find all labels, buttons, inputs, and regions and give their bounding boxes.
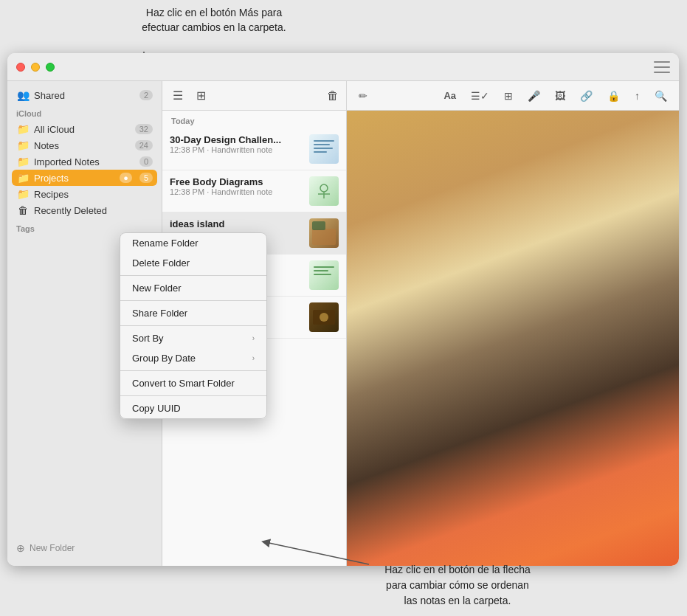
table-button[interactable]: ⊞ xyxy=(501,89,516,103)
context-menu-group-by-date[interactable]: Group By Date › xyxy=(120,348,266,368)
all-icloud-icon: 📁 xyxy=(16,123,30,135)
note-thumbnail-3 xyxy=(309,260,339,290)
imported-notes-count: 0 xyxy=(139,156,153,167)
recipes-icon: 📁 xyxy=(16,188,30,200)
svg-rect-1 xyxy=(314,140,334,142)
all-icloud-label: All iCloud xyxy=(34,124,131,135)
note-thumbnail-0 xyxy=(309,134,339,164)
audio-button[interactable]: 🎤 xyxy=(525,89,543,103)
rename-folder-label: Rename Folder xyxy=(132,238,198,249)
photo-button[interactable]: 🖼 xyxy=(552,89,568,103)
note-content-2: ideas island xyxy=(170,218,303,229)
share-folder-label: Share Folder xyxy=(132,308,187,319)
sidebar-item-all-icloud[interactable]: 📁 All iCloud 32 xyxy=(7,121,162,137)
notes-toolbar: ☰ ⊞ 🗑 xyxy=(162,81,346,111)
context-menu-sep-1 xyxy=(120,275,266,276)
note-meta-0: 12:38 PM · Handwritten note xyxy=(170,145,303,154)
editor-content xyxy=(347,111,679,566)
sidebar-item-projects[interactable]: 📁 Projects ● 5 xyxy=(12,170,157,186)
search-button[interactable]: 🔍 xyxy=(652,89,670,103)
delete-notes-button[interactable]: 🗑 xyxy=(327,89,339,103)
context-menu: Rename Folder Delete Folder New Folder S… xyxy=(120,232,267,419)
recently-deleted-icon: 🗑 xyxy=(16,204,30,216)
annotation-bottom: Haz clic en el botón de la flecha para c… xyxy=(317,562,598,609)
context-menu-copy-uuid[interactable]: Copy UUID xyxy=(120,398,266,418)
sidebar-item-recipes[interactable]: 📁 Recipes xyxy=(7,186,162,202)
icloud-section-header: iCloud xyxy=(7,103,162,121)
date-header: Today xyxy=(162,111,346,128)
context-menu-sep-4 xyxy=(120,370,266,371)
svg-rect-4 xyxy=(314,151,327,153)
note-content-0: 30-Day Design Challen... 12:38 PM · Hand… xyxy=(170,134,303,154)
new-folder-cm-label: New Folder xyxy=(132,283,181,294)
svg-rect-12 xyxy=(314,270,328,271)
window-body: 👥 Shared 2 iCloud 📁 All iCloud 32 📁 Note… xyxy=(7,81,679,566)
note-meta-1: 12:38 PM · Handwritten note xyxy=(170,187,303,196)
projects-icon: 📁 xyxy=(16,172,30,184)
format-text-button[interactable]: Aa xyxy=(441,89,459,103)
svg-point-5 xyxy=(320,184,328,192)
editor-image xyxy=(347,111,679,566)
note-thumbnail-4 xyxy=(309,302,339,332)
note-content-1: Free Body Diagrams 12:38 PM · Handwritte… xyxy=(170,176,303,196)
svg-rect-13 xyxy=(314,274,331,275)
checklist-button[interactable]: ☰✓ xyxy=(468,89,492,103)
sort-by-label: Sort By xyxy=(132,333,164,344)
group-by-date-label: Group By Date xyxy=(132,353,196,364)
link-button[interactable]: 🔗 xyxy=(577,89,595,103)
context-menu-sep-5 xyxy=(120,395,266,396)
sidebar-item-shared-count: 2 xyxy=(139,90,153,100)
context-menu-sep-2 xyxy=(120,300,266,301)
note-thumbnail-1 xyxy=(309,176,339,206)
notes-label: Notes xyxy=(34,140,131,151)
context-menu-sort-by[interactable]: Sort By › xyxy=(120,328,266,348)
notes-icon: 📁 xyxy=(16,139,30,151)
notes-count: 24 xyxy=(135,140,153,150)
copy-uuid-label: Copy UUID xyxy=(132,403,181,414)
context-menu-convert-smart-folder[interactable]: Convert to Smart Folder xyxy=(120,373,266,393)
context-menu-share-folder[interactable]: Share Folder xyxy=(120,303,266,323)
editor-toolbar: ✏ Aa ☰✓ ⊞ 🎤 🖼 🔗 🔒 ↑ 🔍 xyxy=(347,81,679,111)
close-button[interactable] xyxy=(16,63,25,72)
new-folder-plus-icon: ⊕ xyxy=(16,542,25,554)
sidebar-item-recently-deleted[interactable]: 🗑 Recently Deleted xyxy=(7,202,162,218)
main-window: 👥 Shared 2 iCloud 📁 All iCloud 32 📁 Note… xyxy=(7,53,679,566)
new-folder-button[interactable]: ⊕ New Folder xyxy=(7,538,162,558)
minimize-button[interactable] xyxy=(31,63,40,72)
sidebar-toggle-button[interactable] xyxy=(654,61,670,73)
projects-label: Projects xyxy=(34,173,115,184)
imported-notes-label: Imported Notes xyxy=(34,156,135,167)
recipes-label: Recipes xyxy=(34,189,153,200)
note-item-1[interactable]: Free Body Diagrams 12:38 PM · Handwritte… xyxy=(162,170,346,212)
projects-count: 5 xyxy=(139,173,153,183)
svg-rect-3 xyxy=(314,148,333,149)
svg-rect-10 xyxy=(312,221,325,230)
context-menu-delete-folder[interactable]: Delete Folder xyxy=(120,253,266,273)
context-menu-sep-3 xyxy=(120,325,266,326)
delete-folder-label: Delete Folder xyxy=(132,257,190,269)
context-menu-new-folder[interactable]: New Folder xyxy=(120,278,266,298)
convert-smart-folder-label: Convert to Smart Folder xyxy=(132,378,235,389)
shared-icon: 👥 xyxy=(16,89,30,101)
svg-rect-9 xyxy=(312,229,336,245)
share-button[interactable]: ↑ xyxy=(632,89,643,103)
sidebar-item-imported-notes[interactable]: 📁 Imported Notes 0 xyxy=(7,153,162,170)
context-menu-rename-folder[interactable]: Rename Folder xyxy=(120,233,266,253)
all-icloud-count: 32 xyxy=(135,124,153,134)
new-note-button[interactable]: ✏ xyxy=(356,89,370,103)
recently-deleted-label: Recently Deleted xyxy=(34,205,153,216)
note-item-0[interactable]: 30-Day Design Challen... 12:38 PM · Hand… xyxy=(162,128,346,170)
sidebar-item-shared-label: Shared xyxy=(34,90,135,101)
svg-rect-11 xyxy=(314,266,334,268)
editor-panel: ✏ Aa ☰✓ ⊞ 🎤 🖼 🔗 🔒 ↑ 🔍 xyxy=(347,81,679,566)
svg-rect-2 xyxy=(314,144,330,145)
note-title-1: Free Body Diagrams xyxy=(170,176,303,187)
maximize-button[interactable] xyxy=(46,63,55,72)
lock-button[interactable]: 🔒 xyxy=(604,89,623,103)
grid-view-button[interactable]: ⊞ xyxy=(193,87,209,104)
list-view-button[interactable]: ☰ xyxy=(170,87,186,104)
projects-share-badge: ● xyxy=(120,173,132,183)
sidebar-item-notes[interactable]: 📁 Notes 24 xyxy=(7,137,162,153)
sort-by-arrow: › xyxy=(252,334,255,342)
sidebar-item-shared[interactable]: 👥 Shared 2 xyxy=(7,87,162,103)
